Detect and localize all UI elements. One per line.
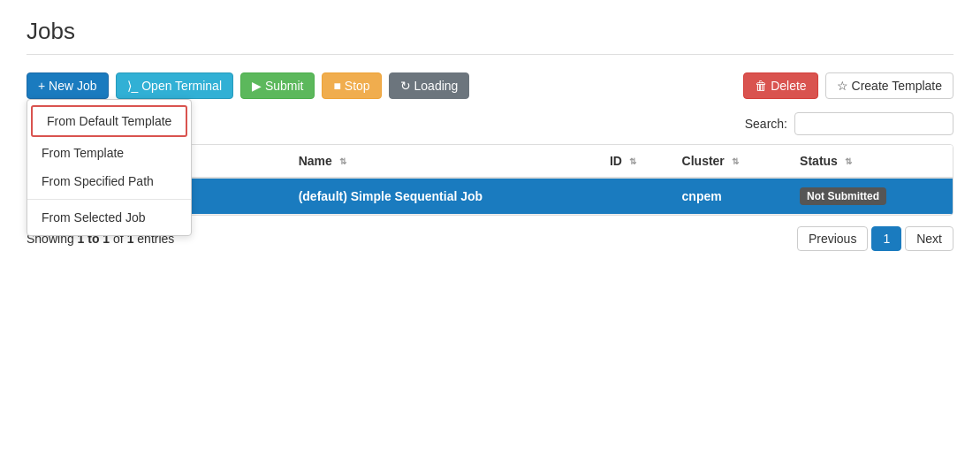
status-badge: Not Submitted	[800, 187, 886, 205]
new-job-button[interactable]: + New Job	[27, 72, 109, 99]
cell-cluster: cnpem	[672, 178, 790, 215]
stop-button[interactable]: ■ Stop	[322, 72, 381, 99]
loading-button[interactable]: ↻ Loading	[389, 72, 470, 99]
delete-button[interactable]: 🗑 Delete	[743, 72, 817, 99]
dropdown-menu: From Default Template From Template From…	[27, 99, 192, 236]
search-input[interactable]	[794, 112, 953, 135]
new-job-dropdown[interactable]: + New Job From Default Template From Tem…	[27, 72, 109, 99]
page-title: Jobs	[27, 18, 953, 45]
sort-icon-name: ⇅	[339, 157, 346, 166]
submit-button[interactable]: ▶ Submit	[240, 72, 315, 99]
cell-name: (default) Simple Sequential Job	[288, 178, 599, 215]
col-status[interactable]: Status ⇅	[789, 145, 953, 178]
dropdown-item-from-selected[interactable]: From Selected Job	[27, 203, 191, 232]
create-template-button[interactable]: ☆ Create Template	[825, 72, 953, 99]
dropdown-divider	[27, 199, 191, 200]
toolbar: + New Job From Default Template From Tem…	[27, 72, 953, 99]
page-1-button[interactable]: 1	[871, 226, 901, 251]
previous-button[interactable]: Previous	[797, 226, 868, 251]
col-cluster[interactable]: Cluster ⇅	[672, 145, 790, 178]
next-button[interactable]: Next	[905, 226, 953, 251]
sort-icon-id: ⇅	[629, 157, 636, 166]
page-container: Jobs + New Job From Default Template Fro…	[0, 0, 980, 269]
cell-status: Not Submitted	[789, 178, 953, 215]
dropdown-item-from-default[interactable]: From Default Template	[31, 105, 187, 137]
col-name[interactable]: Name ⇅	[288, 145, 599, 178]
sort-icon-status: ⇅	[845, 157, 852, 166]
sort-icon-cluster: ⇅	[732, 157, 739, 166]
pagination: Previous 1 Next	[797, 226, 953, 251]
search-label: Search:	[745, 117, 787, 131]
dropdown-item-from-template[interactable]: From Template	[27, 139, 191, 167]
toolbar-left: + New Job From Default Template From Tem…	[27, 72, 469, 99]
title-divider	[27, 54, 953, 55]
open-terminal-button[interactable]: ⟩_ Open Terminal	[116, 72, 233, 99]
toolbar-right: 🗑 Delete ☆ Create Template	[743, 72, 953, 99]
cell-id	[599, 178, 672, 215]
col-id[interactable]: ID ⇅	[599, 145, 672, 178]
dropdown-item-from-path[interactable]: From Specified Path	[27, 167, 191, 195]
